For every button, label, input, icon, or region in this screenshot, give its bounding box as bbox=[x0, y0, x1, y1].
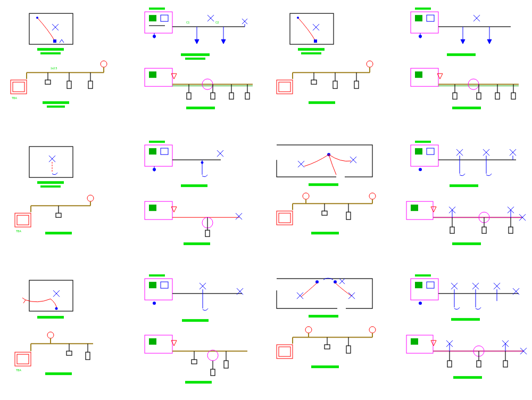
svg-rect-126 bbox=[161, 148, 168, 154]
svg-rect-6 bbox=[40, 52, 61, 54]
svg-point-3 bbox=[36, 17, 38, 19]
svg-rect-63 bbox=[298, 48, 325, 51]
svg-marker-290 bbox=[431, 340, 436, 346]
svg-rect-233 bbox=[145, 335, 172, 353]
svg-rect-119 bbox=[56, 213, 61, 217]
svg-rect-223 bbox=[161, 282, 168, 288]
svg-rect-209 bbox=[17, 354, 29, 364]
svg-rect-163 bbox=[311, 232, 339, 234]
svg-rect-253 bbox=[309, 315, 338, 317]
svg-point-213 bbox=[47, 332, 54, 338]
cell-r1c2: C1 C2 bbox=[133, 0, 266, 133]
svg-rect-81 bbox=[427, 15, 434, 21]
svg-rect-182 bbox=[406, 201, 433, 219]
svg-rect-21 bbox=[47, 105, 65, 108]
svg-rect-150 bbox=[309, 183, 338, 186]
svg-rect-141 bbox=[205, 230, 210, 236]
svg-rect-24 bbox=[149, 15, 156, 21]
svg-text:TBA: TBA bbox=[16, 230, 21, 233]
svg-rect-308 bbox=[453, 376, 482, 379]
svg-rect-269 bbox=[415, 282, 422, 288]
svg-rect-122 bbox=[45, 232, 72, 234]
svg-rect-74 bbox=[354, 81, 359, 88]
svg-marker-33 bbox=[221, 39, 226, 44]
svg-rect-123 bbox=[149, 141, 165, 143]
svg-rect-78 bbox=[415, 7, 431, 10]
svg-rect-295 bbox=[447, 361, 452, 367]
svg-rect-297 bbox=[477, 361, 481, 367]
svg-rect-191 bbox=[482, 227, 486, 233]
svg-rect-54 bbox=[229, 93, 234, 99]
svg-point-157 bbox=[369, 193, 376, 199]
svg-rect-107 bbox=[29, 146, 73, 177]
svg-rect-20 bbox=[43, 101, 69, 104]
svg-rect-218 bbox=[86, 352, 90, 360]
svg-rect-70 bbox=[311, 80, 317, 84]
cell-r2c4 bbox=[399, 133, 532, 266]
svg-rect-8 bbox=[13, 82, 24, 92]
svg-point-206 bbox=[55, 307, 58, 309]
svg-rect-270 bbox=[427, 282, 434, 288]
svg-point-224 bbox=[153, 301, 156, 305]
cell-r2c3 bbox=[266, 133, 399, 266]
svg-rect-220 bbox=[149, 274, 165, 276]
svg-point-75 bbox=[367, 61, 373, 67]
svg-rect-243 bbox=[211, 369, 215, 375]
svg-rect-44 bbox=[149, 71, 156, 78]
svg-rect-193 bbox=[509, 227, 513, 233]
svg-rect-136 bbox=[149, 205, 156, 211]
svg-rect-93 bbox=[415, 71, 422, 78]
svg-rect-16 bbox=[88, 81, 93, 88]
svg-text:C1: C1 bbox=[186, 21, 190, 24]
svg-rect-207 bbox=[37, 316, 64, 319]
svg-rect-112 bbox=[40, 185, 61, 187]
svg-marker-86 bbox=[461, 39, 465, 44]
svg-rect-56 bbox=[245, 93, 250, 99]
tda-label: TBA bbox=[12, 96, 17, 100]
svg-point-155 bbox=[303, 193, 309, 199]
svg-marker-184 bbox=[431, 207, 436, 212]
svg-rect-41 bbox=[181, 53, 210, 56]
svg-text:C2: C2 bbox=[215, 21, 219, 24]
cell-r3c1: TBA bbox=[0, 267, 133, 400]
svg-rect-92 bbox=[411, 68, 438, 86]
svg-rect-181 bbox=[450, 184, 478, 187]
svg-rect-144 bbox=[184, 242, 210, 245]
svg-rect-255 bbox=[279, 347, 290, 356]
svg-rect-57 bbox=[186, 107, 215, 109]
svg-rect-77 bbox=[309, 101, 335, 104]
svg-rect-162 bbox=[346, 212, 351, 219]
svg-rect-43 bbox=[145, 68, 172, 86]
svg-rect-42 bbox=[185, 58, 205, 60]
svg-rect-58 bbox=[290, 13, 334, 44]
svg-rect-22 bbox=[149, 7, 165, 10]
svg-rect-164 bbox=[415, 141, 431, 143]
cell-r3c4 bbox=[399, 267, 532, 400]
svg-rect-80 bbox=[415, 15, 422, 21]
svg-rect-266 bbox=[311, 365, 339, 368]
cell-r2c2 bbox=[133, 133, 266, 266]
cell-r2c1: TBA bbox=[0, 133, 133, 266]
svg-rect-99 bbox=[453, 93, 457, 99]
cell-r1c1: TBA 1x2.5 bbox=[0, 0, 133, 133]
cell-r1c3 bbox=[266, 0, 399, 133]
svg-rect-183 bbox=[411, 205, 418, 211]
svg-rect-299 bbox=[503, 361, 508, 367]
svg-rect-64 bbox=[301, 52, 321, 54]
svg-rect-114 bbox=[17, 215, 29, 225]
svg-rect-62 bbox=[314, 39, 317, 43]
svg-rect-287 bbox=[451, 318, 480, 321]
svg-rect-72 bbox=[333, 81, 337, 88]
svg-text:TBA: TBA bbox=[16, 369, 21, 372]
svg-rect-0 bbox=[29, 13, 73, 44]
svg-rect-134 bbox=[181, 184, 207, 187]
svg-rect-4 bbox=[53, 39, 56, 43]
svg-point-168 bbox=[419, 168, 422, 171]
svg-rect-265 bbox=[346, 346, 351, 353]
svg-rect-167 bbox=[427, 148, 434, 154]
svg-rect-14 bbox=[67, 81, 71, 88]
svg-rect-101 bbox=[477, 93, 481, 99]
svg-rect-234 bbox=[149, 338, 156, 345]
svg-rect-5 bbox=[37, 48, 64, 51]
svg-rect-263 bbox=[325, 345, 330, 349]
